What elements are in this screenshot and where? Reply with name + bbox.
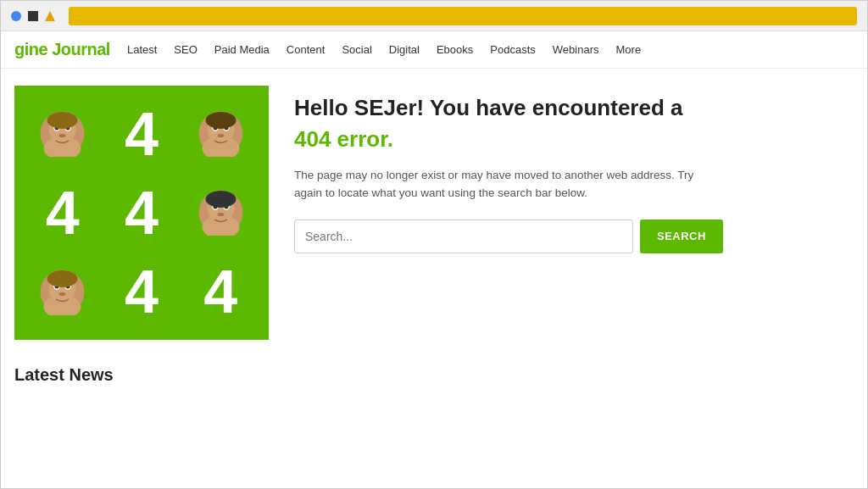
error-image: 4 4 4 <box>14 86 269 340</box>
four-2: 4 <box>46 182 80 243</box>
nav-podcasts[interactable]: Podcasts <box>490 43 535 56</box>
grid-cell-face-4 <box>23 253 102 331</box>
grid-cell-four-1: 4 <box>102 94 181 173</box>
search-input[interactable] <box>294 219 633 253</box>
nav-seo[interactable]: SEO <box>174 43 197 56</box>
svg-point-35 <box>47 270 78 287</box>
main-content: 4 4 4 <box>1 69 867 357</box>
nav-more[interactable]: More <box>616 43 642 56</box>
latest-news-section: Latest News <box>1 357 867 385</box>
svg-point-7 <box>59 134 66 137</box>
nav-digital[interactable]: Digital <box>389 43 420 56</box>
latest-news-title: Latest News <box>14 365 854 385</box>
four-4: 4 <box>125 261 159 322</box>
browser-dot-blue <box>11 11 21 21</box>
error-description: The page may no longer exist or may have… <box>294 166 701 203</box>
svg-point-25 <box>217 213 224 216</box>
grid-cell-face-3 <box>181 173 260 252</box>
error-headline: Hello SEJer! You have encountered a <box>294 94 854 123</box>
svg-point-17 <box>205 112 236 129</box>
svg-point-16 <box>217 134 224 137</box>
search-row: SEARCH <box>294 219 854 253</box>
face-svg-3 <box>198 189 244 236</box>
nav-social[interactable]: Social <box>342 43 371 56</box>
grid-cell-four-2: 4 <box>23 173 102 252</box>
grid-cell-face-2 <box>181 94 260 173</box>
svg-point-26 <box>205 191 236 208</box>
error-subheadline: 404 error. <box>294 126 854 153</box>
nav-ebooks[interactable]: Ebooks <box>437 43 473 56</box>
browser-chrome <box>1 1 867 31</box>
site-nav: gine Journal Latest SEO Paid Media Conte… <box>1 31 867 69</box>
nav-paid-media[interactable]: Paid Media <box>214 43 270 56</box>
nav-content[interactable]: Content <box>287 43 326 56</box>
face-svg-4 <box>39 269 86 315</box>
error-text-section: Hello SEJer! You have encountered a 404 … <box>294 86 854 253</box>
grid-cell-four-3: 4 <box>102 173 181 252</box>
logo-prefix: gine <box>14 40 52 58</box>
svg-point-8 <box>47 112 78 129</box>
search-button[interactable]: SEARCH <box>640 219 723 253</box>
face-svg-1 <box>39 110 86 157</box>
logo-suffix: Journal <box>52 40 110 58</box>
grid-cell-face-1 <box>23 94 102 173</box>
four-5: 4 <box>203 261 237 322</box>
nav-latest[interactable]: Latest <box>127 43 157 56</box>
face-svg-2 <box>198 110 244 157</box>
four-1: 4 <box>125 103 159 164</box>
grid-cell-four-5: 4 <box>181 253 260 331</box>
browser-square <box>28 11 38 21</box>
svg-point-34 <box>59 292 66 296</box>
site-logo[interactable]: gine Journal <box>14 40 110 59</box>
nav-webinars[interactable]: Webinars <box>553 43 599 56</box>
browser-address-bar[interactable] <box>69 7 857 25</box>
four-3: 4 <box>125 182 159 243</box>
browser-triangle <box>45 11 55 21</box>
grid-cell-four-4: 4 <box>102 253 181 331</box>
